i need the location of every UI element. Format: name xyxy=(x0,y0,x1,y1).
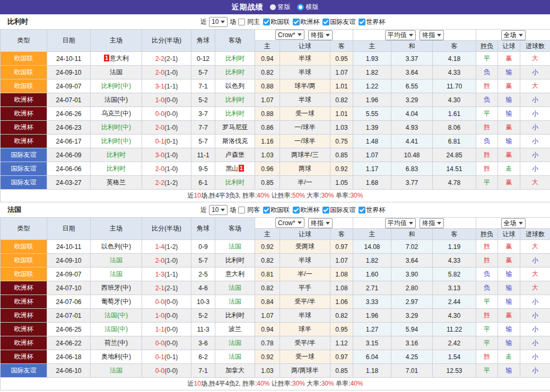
handicap-home-odds: 1.03 xyxy=(255,148,280,162)
away-team: 加拿大 xyxy=(215,364,255,378)
corner-score: 2-5 xyxy=(191,268,215,281)
handicap-away-odds: 0.95 xyxy=(330,52,353,66)
avg-away-odds: 4.78 xyxy=(433,176,476,190)
col-header-result-handicap: 让球 xyxy=(498,41,520,52)
home-team: 法国 xyxy=(91,364,142,378)
caret-down-icon xyxy=(298,33,302,36)
halftime-score: (1-1) xyxy=(164,83,178,90)
result-goals: 小 xyxy=(520,323,550,336)
home-team: 法国 xyxy=(91,254,142,268)
result-goals: 小 xyxy=(520,336,550,350)
avg-draw-odds: 2.80 xyxy=(391,281,433,295)
avg-draw-odds: 4.41 xyxy=(391,135,433,148)
summary-text: 场,胜4平3负3, 胜率: xyxy=(201,192,257,199)
bookmaker-select[interactable]: Crow* xyxy=(275,218,304,228)
final-odds-select2[interactable]: 终指 xyxy=(420,30,444,40)
final-odds-select[interactable]: 终指 xyxy=(308,30,333,40)
result-goals: 小 xyxy=(520,295,550,309)
match-count-select[interactable]: 10 xyxy=(209,17,228,27)
bookmaker-select[interactable]: Crow* xyxy=(275,30,304,40)
halftime-score: (1-0) xyxy=(164,165,178,173)
league-checkbox-worldcup[interactable] xyxy=(359,19,365,25)
col-header-result-wl: 胜负 xyxy=(476,229,498,240)
full-match-select[interactable]: 全场 xyxy=(501,30,526,40)
handicap-home-odds: 0.96 xyxy=(255,162,280,176)
average-select[interactable]: 平均值 xyxy=(385,218,416,228)
result-win-loss: 胜 xyxy=(476,240,498,254)
home-team: 法国(中) xyxy=(91,323,142,336)
average-select[interactable]: 平均值 xyxy=(385,30,416,40)
team-name: 法国 xyxy=(7,202,21,217)
away-team: 以色列 xyxy=(215,79,255,93)
layout-horizontal-radio[interactable]: 横版 xyxy=(297,3,319,12)
summary-text: 让胜率: xyxy=(269,380,292,387)
corner-score: 6-2 xyxy=(191,350,215,364)
halftime-score: (1-1) xyxy=(164,271,178,278)
match-row: 欧国联24-09-07法国1-3(1-1)2-5意大利0.81半/一1.081.… xyxy=(1,268,550,281)
avg-away-odds: 6.81 xyxy=(433,135,476,148)
handicap-home-odds: 0.94 xyxy=(255,323,280,336)
col-header-away: 客场 xyxy=(215,30,255,52)
halftime-score: (0-0) xyxy=(164,298,178,306)
col-header-avg-draw: 和 xyxy=(391,41,433,52)
layout-vertical-radio[interactable]: 竖版 xyxy=(270,3,291,12)
col-header-odds-handicap: 让球 xyxy=(280,229,330,240)
fulltime-score: 1-3 xyxy=(155,271,164,278)
handicap-home-odds: 0.82 xyxy=(255,66,280,79)
result-goals: 小 xyxy=(520,135,550,148)
match-count-select[interactable]: 10 xyxy=(209,205,228,215)
halftime-score: (1-0) xyxy=(164,257,178,264)
league-badge: 欧国联 xyxy=(1,66,47,79)
match-row: 欧洲杯24-06-25法国(中)1-1(0-0)11-3波兰0.94球半0.95… xyxy=(1,323,550,336)
home-team: 1意大利 xyxy=(91,52,142,66)
league-checkbox-nations[interactable] xyxy=(263,207,270,213)
summary-text: 10 xyxy=(194,380,201,387)
full-match-select[interactable]: 全场 xyxy=(501,218,526,228)
score: 2-2(2-1) xyxy=(142,52,191,66)
result-win-loss: 平 xyxy=(476,107,498,121)
match-date: 24-07-06 xyxy=(47,295,91,309)
radio-selected-icon[interactable] xyxy=(297,4,304,11)
corner-score: 4-6 xyxy=(191,281,215,295)
same-away-checkbox[interactable] xyxy=(238,207,245,213)
result-handicap: 输 xyxy=(498,336,520,350)
final-odds-select2[interactable]: 终指 xyxy=(420,218,444,228)
league-checkbox-worldcup[interactable] xyxy=(359,207,365,213)
league-label: 国际友谊 xyxy=(330,17,355,26)
away-team-name: 比利时 xyxy=(225,311,245,319)
result-win-loss: 胜 xyxy=(476,148,498,162)
avg-home-odds: 14.08 xyxy=(353,240,391,254)
home-team: 奥地利(中) xyxy=(91,350,142,364)
league-checkbox-nations[interactable] xyxy=(263,19,270,25)
final-odds-select2-value: 终指 xyxy=(422,219,435,228)
match-date: 24-06-10 xyxy=(47,364,91,378)
home-team: 法国(中) xyxy=(91,309,142,323)
league-checkbox-friendly[interactable] xyxy=(322,19,329,25)
radio-icon[interactable] xyxy=(270,4,276,10)
corner-score: 6-1 xyxy=(191,176,215,190)
halftime-score: (1-0) xyxy=(164,69,178,76)
handicap-away-odds: 1.06 xyxy=(330,295,353,309)
league-badge: 欧国联 xyxy=(1,254,47,268)
caret-down-icon xyxy=(326,34,330,37)
league-checkbox-euro[interactable] xyxy=(293,207,300,213)
fulltime-score: 0-1 xyxy=(155,353,164,361)
fulltime-score: 2-0 xyxy=(155,257,164,264)
summary-text: 40% xyxy=(257,192,269,199)
league-checkbox-euro[interactable] xyxy=(293,19,300,25)
avg-away-odds: 11.70 xyxy=(433,79,476,93)
match-date: 24-06-06 xyxy=(47,162,91,176)
summary-text: 近 xyxy=(188,380,194,387)
handicap-home-odds: 0.82 xyxy=(255,281,280,295)
league-checkbox-friendly[interactable] xyxy=(322,207,329,213)
same-home-checkbox[interactable] xyxy=(238,19,245,25)
avg-home-odds: 5.55 xyxy=(353,107,391,121)
handicap-away-odds: 1.05 xyxy=(330,176,353,190)
league-label: 欧国联 xyxy=(270,17,290,26)
handicap-home-odds: 0.94 xyxy=(255,52,280,66)
avg-home-odds: 1.48 xyxy=(353,135,391,148)
league-label: 欧洲杯 xyxy=(300,17,319,26)
col-header-odds-home: 主 xyxy=(255,41,280,52)
final-odds-select[interactable]: 终指 xyxy=(308,218,333,228)
avg-draw-odds: 10.48 xyxy=(391,148,433,162)
